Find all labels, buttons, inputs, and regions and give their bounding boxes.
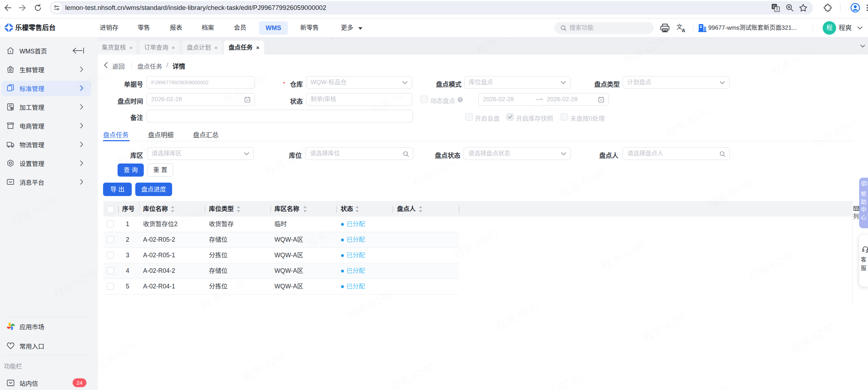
svg-text:文: 文 [775, 7, 779, 11]
svg-text:A: A [682, 28, 685, 33]
